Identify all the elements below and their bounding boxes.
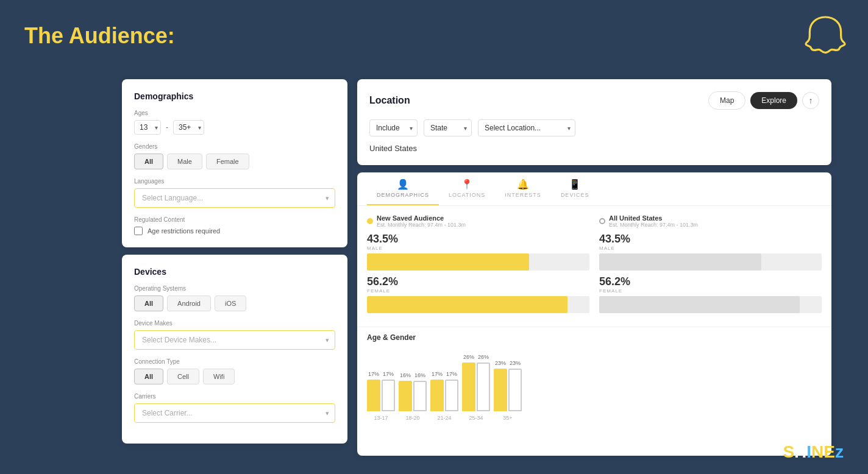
new-female-bar-track (367, 296, 589, 313)
analytics-tabs: 👤 DEMOGRAPHICS 📍 LOCATIONS 🔔 INTERESTS 📱… (357, 172, 831, 206)
age-gender-section: Age & Gender 17%17%13-1716%16%18-2017%17… (357, 327, 831, 427)
tab-interests[interactable]: 🔔 INTERESTS (495, 172, 551, 205)
tab-locations[interactable]: 📍 LOCATIONS (439, 172, 495, 205)
interests-tab-label: INTERESTS (505, 192, 541, 198)
devices-tab-label: DEVICES (561, 192, 589, 198)
gender-all-btn[interactable]: All (134, 154, 163, 169)
bar-pair (367, 380, 395, 411)
new-audience-col: New Saved Audience Est. Monthly Reach: 9… (367, 214, 589, 318)
age-restriction-label: Age restrictions required (148, 227, 220, 235)
tab-devices[interactable]: 📱 DEVICES (551, 172, 599, 205)
left-column: Demographics Ages 13 18 21 - 35+ 24 34 (122, 79, 347, 456)
all-female-label: FEMALE (599, 288, 822, 294)
include-filter-wrapper[interactable]: Include Exclude (369, 119, 418, 136)
analytics-card: 👤 DEMOGRAPHICS 📍 LOCATIONS 🔔 INTERESTS 📱… (357, 172, 831, 456)
bar-pct-yellow: 16% (399, 372, 412, 378)
age-restriction-row: Age restrictions required (134, 227, 335, 235)
new-female-bar (367, 296, 567, 313)
bar-yellow (430, 380, 444, 411)
location-header: Location Map Explore ↑ (369, 91, 819, 110)
all-male-label: MALE (599, 246, 822, 251)
shinez-s: S (783, 442, 794, 461)
connection-label: Connection Type (134, 358, 335, 365)
chart-group-18-20: 16%16%18-20 (399, 372, 427, 421)
demographics-tab-label: DEMOGRAPHICS (377, 192, 429, 198)
gender-btn-group: All Male Female (134, 154, 335, 169)
all-audience-col: All United States Est. Monthly Reach: 97… (599, 214, 822, 318)
location-title: Location (369, 95, 410, 106)
device-makes-wrapper[interactable]: Select Device Makes... (134, 330, 335, 350)
bar-pair (430, 380, 458, 411)
new-audience-reach: Est. Monthly Reach: 97.4m - 101.3m (377, 222, 466, 228)
interests-icon: 🔔 (517, 179, 529, 190)
chart-group-21-24: 17%17%21-24 (430, 371, 458, 421)
gender-female-btn[interactable]: Female (206, 154, 249, 169)
bar-pct-yellow: 23% (494, 360, 507, 366)
shinez-e: E (824, 442, 835, 461)
map-explore-group: Map Explore ↑ (708, 91, 819, 110)
device-makes-select[interactable]: Select Device Makes... (134, 330, 335, 350)
carriers-select[interactable]: Select Carrier... (134, 403, 335, 423)
new-male-bar (367, 253, 529, 271)
state-select[interactable]: State City Country (424, 119, 472, 136)
gender-male-btn[interactable]: Male (167, 154, 202, 169)
location-filters: Include Exclude State City Country Selec… (369, 119, 819, 136)
age-gender-chart: 17%17%13-1716%16%18-2017%17%21-2426%26%2… (367, 348, 822, 421)
all-audience-dot (599, 218, 605, 224)
devices-icon: 📱 (569, 179, 581, 190)
bar-pair (462, 363, 490, 411)
location-select[interactable]: Select Location... (478, 119, 575, 136)
new-female-metric: 56.2% FEMALE (367, 275, 589, 313)
os-android-btn[interactable]: Android (167, 295, 211, 311)
bar-outline (445, 380, 458, 411)
state-filter-wrapper[interactable]: State City Country (424, 119, 472, 136)
os-all-btn[interactable]: All (134, 295, 163, 311)
bar-yellow (462, 363, 475, 411)
genders-label: Genders (134, 143, 335, 150)
age-restriction-checkbox[interactable] (134, 227, 143, 235)
bar-axis-label: 13-17 (374, 415, 388, 421)
locations-icon: 📍 (461, 179, 473, 190)
demographics-title: Demographics (134, 91, 335, 101)
os-label: Operating Systems (134, 285, 335, 292)
age-row: 13 18 21 - 35+ 24 34 (134, 120, 335, 135)
bar-pct-outline: 16% (413, 372, 427, 378)
age-to-wrapper[interactable]: 35+ 24 34 (173, 120, 204, 135)
bar-pct-yellow: 17% (430, 371, 444, 377)
location-select-wrapper[interactable]: Select Location... (478, 119, 575, 136)
bar-pct-yellow: 26% (462, 354, 475, 360)
connection-cell-btn[interactable]: Cell (167, 369, 199, 384)
all-audience-name: All United States (609, 214, 698, 222)
new-male-label: MALE (367, 246, 589, 251)
languages-label: Languages (134, 178, 335, 185)
tab-demographics[interactable]: 👤 DEMOGRAPHICS (367, 172, 439, 205)
map-btn[interactable]: Map (708, 91, 745, 110)
bar-yellow (367, 380, 380, 411)
regulated-label: Regulated Content (134, 216, 335, 223)
carriers-wrapper[interactable]: Select Carrier... (134, 403, 335, 423)
bar-yellow (399, 381, 412, 411)
os-ios-btn[interactable]: iOS (215, 295, 246, 311)
new-male-pct: 43.5% (367, 233, 589, 246)
bar-yellow (494, 369, 507, 411)
all-male-pct: 43.5% (599, 233, 822, 246)
age-from-select[interactable]: 13 18 21 (134, 120, 161, 135)
connection-all-btn[interactable]: All (134, 369, 163, 384)
bar-pct-outline: 23% (508, 360, 522, 366)
languages-select-wrapper[interactable]: Select Language... (134, 188, 335, 208)
page-title: The Audience: (24, 23, 175, 49)
include-select[interactable]: Include Exclude (369, 119, 418, 136)
connection-wifi-btn[interactable]: Wifi (203, 369, 235, 384)
languages-select[interactable]: Select Language... (134, 188, 335, 208)
explore-btn[interactable]: Explore (750, 92, 797, 109)
all-audience-reach: Est. Monthly Reach: 97.4m - 101.3m (609, 222, 698, 228)
all-female-bar-track (599, 296, 822, 313)
age-from-wrapper[interactable]: 13 18 21 (134, 120, 161, 135)
devices-card: Devices Operating Systems All Android iO… (122, 255, 347, 444)
new-audience-dot (367, 218, 373, 224)
bar-axis-label: 25-34 (469, 415, 483, 421)
age-to-select[interactable]: 35+ 24 34 (173, 120, 204, 135)
locations-tab-label: LOCATIONS (449, 192, 485, 198)
bar-axis-label: 21-24 (437, 415, 451, 421)
upload-btn[interactable]: ↑ (802, 92, 819, 109)
